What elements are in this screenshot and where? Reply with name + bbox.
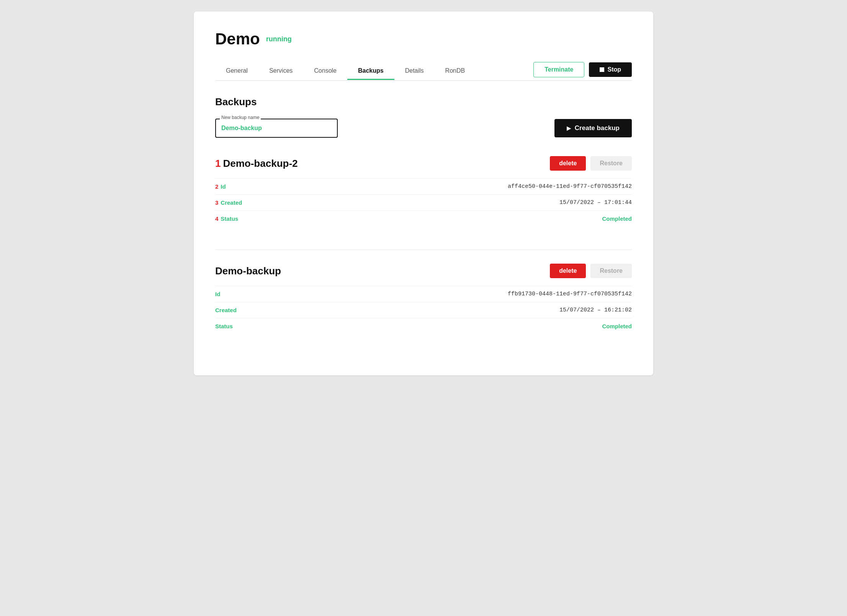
- backup-2-status-label: Status: [215, 323, 233, 329]
- backup-item-1: 1 Demo-backup-2 delete Restore 2 Id aff4…: [215, 156, 632, 234]
- backup-2-actions: delete Restore: [550, 264, 632, 278]
- create-backup-label: Create backup: [575, 124, 620, 132]
- backup-item-2-title: Demo-backup: [215, 265, 281, 277]
- backup-1-id-value: aff4ce50-044e-11ed-9f77-cf070535f142: [508, 183, 632, 190]
- status-badge: running: [266, 35, 292, 43]
- backup-1-actions: delete Restore: [550, 156, 632, 171]
- field-2-index: 2: [215, 183, 218, 190]
- header: Demo running: [215, 30, 632, 48]
- stop-label: Stop: [607, 66, 621, 73]
- create-backup-button[interactable]: ▶ Create backup: [554, 119, 632, 137]
- backup-create-row: New backup name ▶ Create backup: [215, 119, 632, 138]
- backup-2-id-label: Id: [215, 291, 220, 297]
- backup-item-1-header: 1 Demo-backup-2 delete Restore: [215, 156, 632, 171]
- backup-1-delete-button[interactable]: delete: [550, 156, 586, 171]
- backup-1-id-field: 2 Id aff4ce50-044e-11ed-9f77-cf070535f14…: [215, 178, 632, 194]
- tab-general[interactable]: General: [215, 63, 258, 80]
- main-card: Demo running General Services Console Ba…: [194, 11, 653, 375]
- field-4-index: 4: [215, 215, 218, 222]
- backup-1-status-field: 4 Status Completed: [215, 210, 632, 227]
- backups-section-title: Backups: [215, 96, 632, 108]
- backup-1-status-label: Status: [221, 215, 238, 222]
- new-backup-input[interactable]: [215, 119, 338, 138]
- tab-console[interactable]: Console: [303, 63, 347, 80]
- backup-2-created-label: Created: [215, 307, 237, 313]
- stop-icon: [600, 67, 604, 72]
- backup-1-id-label: Id: [221, 183, 226, 190]
- backup-1-status-value: Completed: [602, 215, 632, 222]
- tab-rondb[interactable]: RonDB: [435, 63, 476, 80]
- backup-2-status-value: Completed: [602, 323, 632, 329]
- backup-2-id-field: Id ffb91730-0448-11ed-9f77-cf070535f142: [215, 286, 632, 302]
- tab-services[interactable]: Services: [258, 63, 303, 80]
- backup-1-created-label: Created: [221, 199, 242, 206]
- backup-divider: [215, 249, 632, 250]
- backup-item-2-header: Demo-backup delete Restore: [215, 264, 632, 278]
- backup-1-restore-button[interactable]: Restore: [590, 156, 632, 171]
- backup-name-field: New backup name: [215, 119, 338, 138]
- backup-2-restore-button[interactable]: Restore: [590, 264, 632, 278]
- new-backup-label: New backup name: [220, 115, 261, 120]
- stop-button[interactable]: Stop: [589, 62, 632, 77]
- play-icon: ▶: [567, 125, 571, 131]
- backup-1-name: Demo-backup-2: [223, 158, 298, 169]
- tab-details[interactable]: Details: [394, 63, 435, 80]
- backup-item-2: Demo-backup delete Restore Id ffb91730-0…: [215, 264, 632, 342]
- backup-2-created-field: Created 15/07/2022 – 16:21:02: [215, 302, 632, 318]
- backup-2-delete-button[interactable]: delete: [550, 264, 586, 278]
- app-title: Demo: [215, 30, 260, 48]
- backup-1-index: 1: [215, 158, 221, 169]
- backup-2-status-field: Status Completed: [215, 318, 632, 334]
- field-3-index: 3: [215, 199, 218, 206]
- backup-item-1-title: 1 Demo-backup-2: [215, 158, 298, 169]
- backup-2-id-value: ffb91730-0448-11ed-9f77-cf070535f142: [508, 291, 632, 297]
- nav-tabs: General Services Console Backups Details…: [215, 63, 533, 80]
- backup-2-name: Demo-backup: [215, 265, 281, 277]
- backup-1-created-value: 15/07/2022 – 17:01:44: [559, 199, 632, 206]
- nav-actions: Terminate Stop: [533, 62, 632, 80]
- backup-2-created-value: 15/07/2022 – 16:21:02: [559, 307, 632, 313]
- backup-1-created-field: 3 Created 15/07/2022 – 17:01:44: [215, 194, 632, 210]
- terminate-button[interactable]: Terminate: [533, 62, 584, 77]
- nav-row: General Services Console Backups Details…: [215, 62, 632, 81]
- tab-backups[interactable]: Backups: [347, 63, 394, 80]
